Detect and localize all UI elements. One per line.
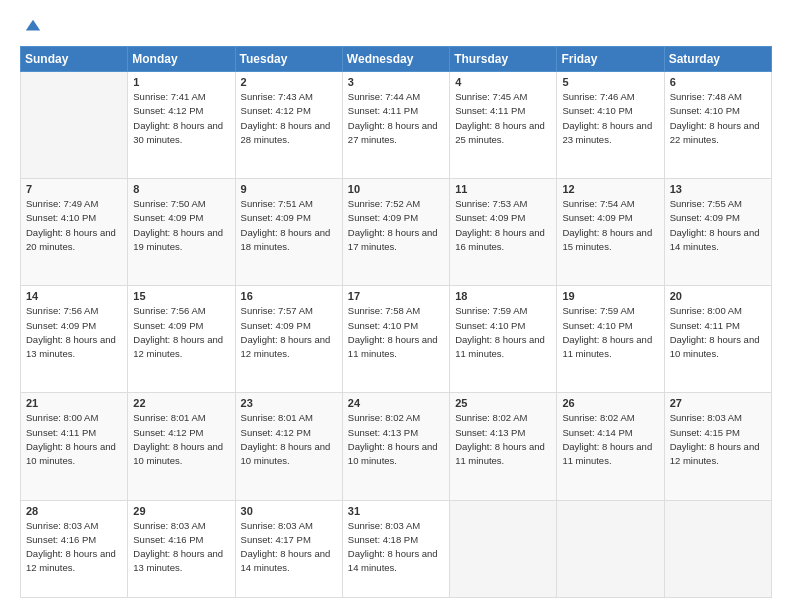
day-number: 25 xyxy=(455,397,551,409)
day-number: 29 xyxy=(133,505,229,517)
calendar-cell: 6Sunrise: 7:48 AMSunset: 4:10 PMDaylight… xyxy=(664,72,771,179)
day-number: 16 xyxy=(241,290,337,302)
day-number: 6 xyxy=(670,76,766,88)
day-info: Sunrise: 8:00 AMSunset: 4:11 PMDaylight:… xyxy=(670,304,766,361)
day-number: 3 xyxy=(348,76,444,88)
day-info: Sunrise: 8:03 AMSunset: 4:18 PMDaylight:… xyxy=(348,519,444,576)
logo xyxy=(20,18,42,36)
day-number: 5 xyxy=(562,76,658,88)
day-info: Sunrise: 7:55 AMSunset: 4:09 PMDaylight:… xyxy=(670,197,766,254)
day-number: 14 xyxy=(26,290,122,302)
weekday-header-thursday: Thursday xyxy=(450,47,557,72)
calendar-cell: 12Sunrise: 7:54 AMSunset: 4:09 PMDayligh… xyxy=(557,179,664,286)
day-number: 9 xyxy=(241,183,337,195)
calendar-week-row: 14Sunrise: 7:56 AMSunset: 4:09 PMDayligh… xyxy=(21,286,772,393)
day-number: 7 xyxy=(26,183,122,195)
calendar-cell: 2Sunrise: 7:43 AMSunset: 4:12 PMDaylight… xyxy=(235,72,342,179)
weekday-header-friday: Friday xyxy=(557,47,664,72)
weekday-header-wednesday: Wednesday xyxy=(342,47,449,72)
day-info: Sunrise: 7:45 AMSunset: 4:11 PMDaylight:… xyxy=(455,90,551,147)
day-number: 2 xyxy=(241,76,337,88)
calendar-table: SundayMondayTuesdayWednesdayThursdayFrid… xyxy=(20,46,772,598)
day-info: Sunrise: 7:51 AMSunset: 4:09 PMDaylight:… xyxy=(241,197,337,254)
calendar-cell: 22Sunrise: 8:01 AMSunset: 4:12 PMDayligh… xyxy=(128,393,235,500)
day-number: 8 xyxy=(133,183,229,195)
calendar-cell: 27Sunrise: 8:03 AMSunset: 4:15 PMDayligh… xyxy=(664,393,771,500)
calendar-cell: 29Sunrise: 8:03 AMSunset: 4:16 PMDayligh… xyxy=(128,500,235,597)
day-number: 1 xyxy=(133,76,229,88)
day-info: Sunrise: 8:01 AMSunset: 4:12 PMDaylight:… xyxy=(241,411,337,468)
calendar-cell: 20Sunrise: 8:00 AMSunset: 4:11 PMDayligh… xyxy=(664,286,771,393)
calendar-cell: 15Sunrise: 7:56 AMSunset: 4:09 PMDayligh… xyxy=(128,286,235,393)
calendar-week-row: 21Sunrise: 8:00 AMSunset: 4:11 PMDayligh… xyxy=(21,393,772,500)
day-info: Sunrise: 7:57 AMSunset: 4:09 PMDaylight:… xyxy=(241,304,337,361)
day-number: 17 xyxy=(348,290,444,302)
day-number: 31 xyxy=(348,505,444,517)
calendar-week-row: 28Sunrise: 8:03 AMSunset: 4:16 PMDayligh… xyxy=(21,500,772,597)
calendar-week-row: 1Sunrise: 7:41 AMSunset: 4:12 PMDaylight… xyxy=(21,72,772,179)
calendar-cell: 13Sunrise: 7:55 AMSunset: 4:09 PMDayligh… xyxy=(664,179,771,286)
day-number: 18 xyxy=(455,290,551,302)
header xyxy=(20,18,772,36)
weekday-header-saturday: Saturday xyxy=(664,47,771,72)
day-number: 21 xyxy=(26,397,122,409)
day-info: Sunrise: 7:44 AMSunset: 4:11 PMDaylight:… xyxy=(348,90,444,147)
day-number: 28 xyxy=(26,505,122,517)
calendar-week-row: 7Sunrise: 7:49 AMSunset: 4:10 PMDaylight… xyxy=(21,179,772,286)
day-number: 15 xyxy=(133,290,229,302)
day-number: 26 xyxy=(562,397,658,409)
calendar-cell: 14Sunrise: 7:56 AMSunset: 4:09 PMDayligh… xyxy=(21,286,128,393)
calendar-cell: 19Sunrise: 7:59 AMSunset: 4:10 PMDayligh… xyxy=(557,286,664,393)
calendar-cell: 8Sunrise: 7:50 AMSunset: 4:09 PMDaylight… xyxy=(128,179,235,286)
day-number: 23 xyxy=(241,397,337,409)
calendar-cell: 31Sunrise: 8:03 AMSunset: 4:18 PMDayligh… xyxy=(342,500,449,597)
calendar-cell: 7Sunrise: 7:49 AMSunset: 4:10 PMDaylight… xyxy=(21,179,128,286)
calendar-cell: 1Sunrise: 7:41 AMSunset: 4:12 PMDaylight… xyxy=(128,72,235,179)
calendar-cell xyxy=(664,500,771,597)
day-info: Sunrise: 8:02 AMSunset: 4:14 PMDaylight:… xyxy=(562,411,658,468)
calendar-cell: 16Sunrise: 7:57 AMSunset: 4:09 PMDayligh… xyxy=(235,286,342,393)
day-number: 13 xyxy=(670,183,766,195)
day-info: Sunrise: 7:59 AMSunset: 4:10 PMDaylight:… xyxy=(562,304,658,361)
day-info: Sunrise: 7:52 AMSunset: 4:09 PMDaylight:… xyxy=(348,197,444,254)
day-info: Sunrise: 7:41 AMSunset: 4:12 PMDaylight:… xyxy=(133,90,229,147)
day-info: Sunrise: 7:50 AMSunset: 4:09 PMDaylight:… xyxy=(133,197,229,254)
calendar-cell: 21Sunrise: 8:00 AMSunset: 4:11 PMDayligh… xyxy=(21,393,128,500)
day-info: Sunrise: 7:56 AMSunset: 4:09 PMDaylight:… xyxy=(26,304,122,361)
day-info: Sunrise: 7:58 AMSunset: 4:10 PMDaylight:… xyxy=(348,304,444,361)
day-info: Sunrise: 7:54 AMSunset: 4:09 PMDaylight:… xyxy=(562,197,658,254)
day-number: 24 xyxy=(348,397,444,409)
day-info: Sunrise: 8:03 AMSunset: 4:16 PMDaylight:… xyxy=(133,519,229,576)
calendar-cell: 18Sunrise: 7:59 AMSunset: 4:10 PMDayligh… xyxy=(450,286,557,393)
logo-icon xyxy=(24,18,42,36)
day-number: 30 xyxy=(241,505,337,517)
day-number: 4 xyxy=(455,76,551,88)
svg-marker-0 xyxy=(26,20,40,31)
day-number: 22 xyxy=(133,397,229,409)
day-info: Sunrise: 8:03 AMSunset: 4:16 PMDaylight:… xyxy=(26,519,122,576)
day-number: 27 xyxy=(670,397,766,409)
day-info: Sunrise: 8:00 AMSunset: 4:11 PMDaylight:… xyxy=(26,411,122,468)
calendar-cell: 28Sunrise: 8:03 AMSunset: 4:16 PMDayligh… xyxy=(21,500,128,597)
calendar-cell: 10Sunrise: 7:52 AMSunset: 4:09 PMDayligh… xyxy=(342,179,449,286)
calendar-cell: 3Sunrise: 7:44 AMSunset: 4:11 PMDaylight… xyxy=(342,72,449,179)
day-info: Sunrise: 7:53 AMSunset: 4:09 PMDaylight:… xyxy=(455,197,551,254)
day-info: Sunrise: 8:02 AMSunset: 4:13 PMDaylight:… xyxy=(348,411,444,468)
day-info: Sunrise: 7:46 AMSunset: 4:10 PMDaylight:… xyxy=(562,90,658,147)
day-info: Sunrise: 8:03 AMSunset: 4:17 PMDaylight:… xyxy=(241,519,337,576)
day-info: Sunrise: 8:01 AMSunset: 4:12 PMDaylight:… xyxy=(133,411,229,468)
page: SundayMondayTuesdayWednesdayThursdayFrid… xyxy=(0,0,792,612)
day-info: Sunrise: 7:59 AMSunset: 4:10 PMDaylight:… xyxy=(455,304,551,361)
day-number: 11 xyxy=(455,183,551,195)
calendar-cell xyxy=(557,500,664,597)
calendar-cell xyxy=(450,500,557,597)
day-number: 12 xyxy=(562,183,658,195)
calendar-cell: 9Sunrise: 7:51 AMSunset: 4:09 PMDaylight… xyxy=(235,179,342,286)
day-info: Sunrise: 7:48 AMSunset: 4:10 PMDaylight:… xyxy=(670,90,766,147)
calendar-cell: 24Sunrise: 8:02 AMSunset: 4:13 PMDayligh… xyxy=(342,393,449,500)
weekday-header-tuesday: Tuesday xyxy=(235,47,342,72)
calendar-cell: 17Sunrise: 7:58 AMSunset: 4:10 PMDayligh… xyxy=(342,286,449,393)
calendar-cell: 30Sunrise: 8:03 AMSunset: 4:17 PMDayligh… xyxy=(235,500,342,597)
calendar-cell: 5Sunrise: 7:46 AMSunset: 4:10 PMDaylight… xyxy=(557,72,664,179)
calendar-cell: 26Sunrise: 8:02 AMSunset: 4:14 PMDayligh… xyxy=(557,393,664,500)
